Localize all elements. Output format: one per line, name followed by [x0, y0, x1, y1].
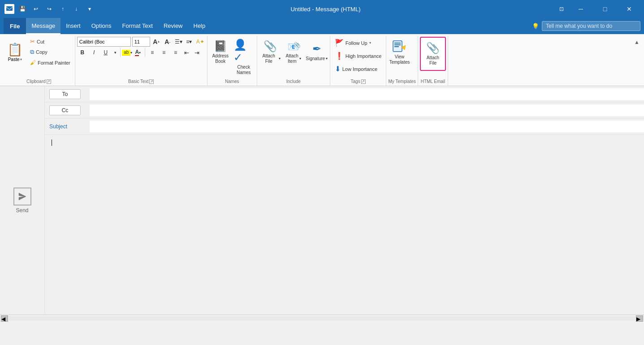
ribbon-collapse-area: ▲	[632, 36, 641, 86]
cut-icon: ✂	[30, 38, 35, 45]
more-qat-button[interactable]: ▾	[84, 4, 95, 14]
menu-item-options[interactable]: Options	[86, 18, 117, 34]
address-book-button[interactable]: 📓 AddressBook	[209, 37, 232, 67]
restore-window-button[interactable]: ⊡	[556, 4, 567, 14]
move-down-button[interactable]: ↓	[71, 4, 82, 14]
compose-header: To Cc Subject	[45, 86, 644, 135]
app-icon	[4, 4, 14, 14]
my-templates-group: View Templates My Templates	[386, 36, 418, 86]
html-email-group: 📎 Attach File HTML Email	[418, 36, 448, 86]
attach-file-button[interactable]: 📎 Attach File ▾	[259, 37, 281, 67]
to-input[interactable]	[90, 88, 644, 100]
font-size-input[interactable]	[132, 37, 150, 47]
menu-item-insert[interactable]: Insert	[61, 18, 86, 34]
close-button[interactable]: ✕	[619, 0, 640, 18]
text-cursor	[52, 140, 52, 146]
copy-label: Copy	[36, 49, 48, 55]
ribbon-collapse-button[interactable]: ▲	[632, 38, 641, 47]
paste-button[interactable]: 📋 Paste ▾	[4, 37, 26, 67]
maximize-button[interactable]: □	[595, 0, 615, 18]
title-bar: 💾 ↩ ↪ ↑ ↓ ▾ Untitled - Message (HTML) ⊡ …	[0, 0, 644, 18]
html-email-highlight: 📎 Attach File	[420, 37, 446, 71]
basic-text-group: A+ A- ☰▾ ≡▾ A✦ B I U ▾ ab ▾	[75, 36, 207, 86]
follow-up-button[interactable]: 🚩 Follow Up ▾	[332, 37, 385, 49]
html-attach-file-button[interactable]: 📎 Attach File	[422, 39, 444, 69]
check-names-label: CheckNames	[237, 65, 251, 75]
text-highlight-button[interactable]: A✦	[195, 37, 205, 47]
separator-2	[145, 48, 145, 57]
scroll-right-button[interactable]: ▶	[636, 315, 643, 322]
cc-input[interactable]	[90, 105, 644, 116]
font-family-input[interactable]	[77, 37, 131, 47]
copy-button[interactable]: ⧉ Copy	[27, 47, 73, 57]
bullets-button[interactable]: ☰▾	[174, 37, 184, 47]
underline-button[interactable]: U	[100, 48, 111, 57]
window-title: Untitled - Message (HTML)	[95, 6, 556, 13]
low-importance-button[interactable]: ⬇ Low Importance	[332, 63, 385, 75]
scroll-track[interactable]	[9, 316, 635, 321]
font-color-button[interactable]: A ▾	[133, 48, 143, 57]
horizontal-scrollbar[interactable]: ◀ ▶	[0, 314, 644, 322]
menu-item-message[interactable]: Message	[26, 18, 61, 34]
view-templates-label: View Templates	[389, 54, 410, 65]
attach-item-button[interactable]: 📧 📎 AttachItem ▾	[282, 37, 305, 67]
tags-expand-button[interactable]: ↗	[361, 79, 366, 84]
align-center-button[interactable]: ≡	[159, 48, 169, 57]
send-button[interactable]: Send	[13, 188, 31, 214]
main-content: Send To Cc Subject	[0, 86, 644, 314]
indent-buttons: ⇤ ⇥	[182, 48, 202, 57]
menu-item-review[interactable]: Review	[158, 18, 188, 34]
cc-button[interactable]: Cc	[49, 105, 81, 115]
decrease-indent-button[interactable]: ⇤	[182, 48, 192, 57]
subject-label: Subject	[45, 123, 90, 130]
paste-label: Paste	[8, 57, 20, 62]
clipboard-expand-button[interactable]: ↗	[47, 79, 51, 84]
to-button[interactable]: To	[49, 89, 81, 99]
basic-text-group-label: Basic Text ↗	[77, 78, 205, 86]
tags-content: 🚩 Follow Up ▾ ❗ High Importance ⬇ Low Im…	[332, 37, 385, 78]
increase-indent-button[interactable]: ⇥	[192, 48, 202, 57]
minimize-button[interactable]: ─	[571, 0, 591, 18]
title-bar-right: ⊡ ─ □ ✕	[556, 0, 640, 18]
redo-button[interactable]: ↪	[44, 4, 55, 14]
names-group-label: Names	[209, 78, 255, 86]
align-right-button[interactable]: ≡	[170, 48, 181, 57]
move-up-button[interactable]: ↑	[57, 4, 68, 14]
compose-body[interactable]	[45, 135, 644, 314]
font-row: A+ A- ☰▾ ≡▾ A✦	[77, 37, 205, 47]
bold-button[interactable]: B	[77, 48, 88, 57]
menu-item-file[interactable]: File	[4, 18, 26, 34]
underline-dropdown-button[interactable]: ▾	[112, 48, 118, 57]
clipboard-group-label: Clipboard ↗	[4, 78, 73, 86]
decrease-font-button[interactable]: A-	[163, 37, 173, 47]
align-left-button[interactable]: ≡	[147, 48, 158, 57]
numbering-button[interactable]: ≡▾	[184, 37, 194, 47]
view-templates-button[interactable]: View Templates	[388, 37, 411, 67]
basic-text-expand-button[interactable]: ↗	[149, 79, 154, 84]
menu-item-help[interactable]: Help	[188, 18, 211, 34]
format-painter-button[interactable]: 🖌 Format Painter	[27, 58, 73, 67]
my-templates-group-label: My Templates	[388, 78, 416, 86]
save-button[interactable]: 💾	[17, 4, 28, 14]
follow-up-label: Follow Up	[346, 40, 367, 46]
attach-item-icon: 📧 📎	[288, 40, 299, 52]
search-input[interactable]	[542, 21, 640, 31]
italic-button[interactable]: I	[89, 48, 99, 57]
basic-text-content: A+ A- ☰▾ ≡▾ A✦ B I U ▾ ab ▾	[77, 37, 205, 78]
subject-input[interactable]	[90, 121, 644, 132]
scroll-left-button[interactable]: ◀	[1, 315, 8, 322]
view-templates-icon	[392, 39, 406, 53]
check-names-icon: 👤✓	[233, 39, 254, 64]
high-importance-button[interactable]: ❗ High Importance	[332, 50, 385, 62]
cut-button[interactable]: ✂ Cut	[27, 37, 73, 46]
check-names-button[interactable]: 👤✓ CheckNames	[233, 37, 255, 77]
html-email-content: 📎 Attach File	[420, 37, 446, 78]
signature-button[interactable]: ✒ Signature ▾	[306, 37, 328, 67]
send-label: Send	[16, 207, 28, 214]
undo-button[interactable]: ↩	[30, 4, 41, 14]
increase-font-button[interactable]: A+	[151, 37, 161, 47]
highlight-color-button[interactable]: ab ▾	[122, 48, 132, 57]
address-book-icon: 📓	[214, 40, 227, 52]
menu-item-format-text[interactable]: Format Text	[117, 18, 158, 34]
follow-up-icon: 🚩	[335, 39, 344, 47]
